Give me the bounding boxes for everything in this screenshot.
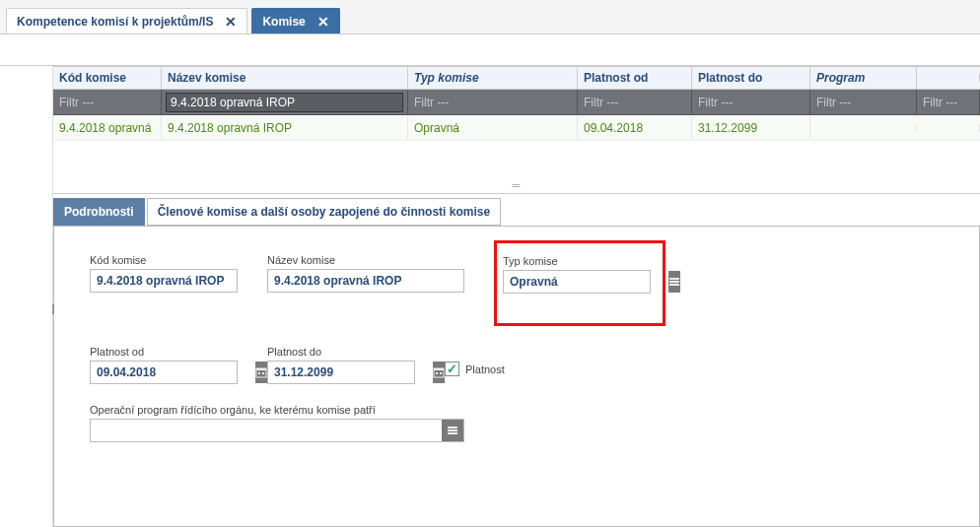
label-nazev: Název komise [267,254,464,266]
tab-kompetence[interactable]: Kompetence komisí k projektům/IS ✕ [6,8,247,33]
filter-platnost-od[interactable] [584,94,685,111]
col-header-kod[interactable]: Kód komise [53,67,162,89]
filter-nazev[interactable] [166,93,403,112]
input-platnost-do[interactable] [268,362,433,383]
close-icon[interactable]: ✕ [225,15,237,29]
svg-rect-10 [440,372,442,374]
col-header-extra[interactable] [917,74,980,82]
filter-extra[interactable] [923,94,973,111]
komise-grid: Kód komise Název komise Typ komise Platn… [53,66,980,141]
grid-header-row: Kód komise Název komise Typ komise Platn… [53,66,980,90]
cell-platnost-do: 31.12.2099 [692,117,810,139]
label-program: Operační program řídícího orgánu, ke kte… [90,404,464,416]
input-typ-komise[interactable] [504,271,668,293]
svg-rect-13 [448,432,457,434]
picker-platnost-do[interactable] [267,361,415,384]
cell-program [810,124,917,132]
col-header-platnost-od[interactable]: Platnost od [578,67,692,89]
grid-empty-area: ═ [53,141,980,194]
cell-nazev: 9.4.2018 opravná IROP [162,117,408,139]
picker-typ-komise[interactable] [503,270,651,294]
cell-extra [917,124,980,132]
filter-program[interactable] [816,94,910,111]
label-kod: Kód komise [90,254,238,266]
input-platnost-od[interactable] [91,362,255,383]
close-icon[interactable]: ✕ [317,15,329,29]
filter-kod[interactable] [59,94,155,111]
tab-komise[interactable]: Komise ✕ [251,8,339,33]
label-platnost-do: Platnost do [267,346,415,358]
cell-kod: 9.4.2018 opravná [53,117,162,139]
calendar-icon[interactable] [433,362,445,383]
detail-tabs: Podrobnosti Členové komise a další osoby… [53,194,980,226]
input-program[interactable] [91,420,442,441]
splitter-horizontal[interactable]: ═ [513,179,522,191]
label-typ: Typ komise [503,255,651,267]
input-kod-komise[interactable] [90,269,238,293]
col-header-program[interactable]: Program [810,67,917,89]
cell-typ: Opravná [408,117,578,139]
checkbox-platnost[interactable]: ✓ [445,362,459,376]
splitter-handle[interactable]: || [49,296,55,320]
svg-rect-12 [448,429,457,431]
tab-label: Kompetence komisí k projektům/IS [17,15,213,29]
svg-rect-5 [258,372,260,374]
label-platnost-checkbox: Platnost [465,363,505,375]
table-row[interactable]: 9.4.2018 opravná 9.4.2018 opravná IROP O… [53,115,980,141]
svg-rect-11 [448,427,457,428]
label-platnost-od: Platnost od [90,346,238,358]
detail-form: Kód komise Název komise Typ komise [53,226,980,527]
toolbar-area [0,34,980,66]
svg-rect-9 [436,372,438,374]
picker-platnost-od[interactable] [90,361,238,384]
svg-rect-4 [256,368,266,370]
lookup-icon[interactable] [668,271,680,293]
svg-rect-6 [262,372,264,374]
svg-rect-2 [669,284,679,286]
highlight-typ-komise: Typ komise [494,240,665,326]
calendar-icon[interactable] [255,362,267,383]
filter-platnost-do[interactable] [698,94,804,111]
svg-rect-8 [434,368,444,370]
col-header-platnost-do[interactable]: Platnost do [692,67,810,89]
tab-clenove[interactable]: Členové komise a další osoby zapojené do… [147,198,501,226]
filter-typ[interactable] [414,94,571,111]
cell-platnost-od: 09.04.2018 [578,117,692,139]
window-tabs: Kompetence komisí k projektům/IS ✕ Komis… [0,0,980,33]
svg-rect-1 [669,281,679,283]
tab-label: Komise [262,15,305,29]
input-nazev-komise[interactable] [267,269,464,293]
left-panel-collapsed: || [0,66,53,527]
svg-rect-0 [669,278,679,280]
lookup-icon[interactable] [442,420,463,441]
picker-program[interactable] [90,419,464,442]
col-header-nazev[interactable]: Název komise [162,67,408,89]
tab-podrobnosti[interactable]: Podrobnosti [53,198,145,226]
col-header-typ[interactable]: Typ komise [408,67,578,89]
grid-filter-row [53,90,980,115]
